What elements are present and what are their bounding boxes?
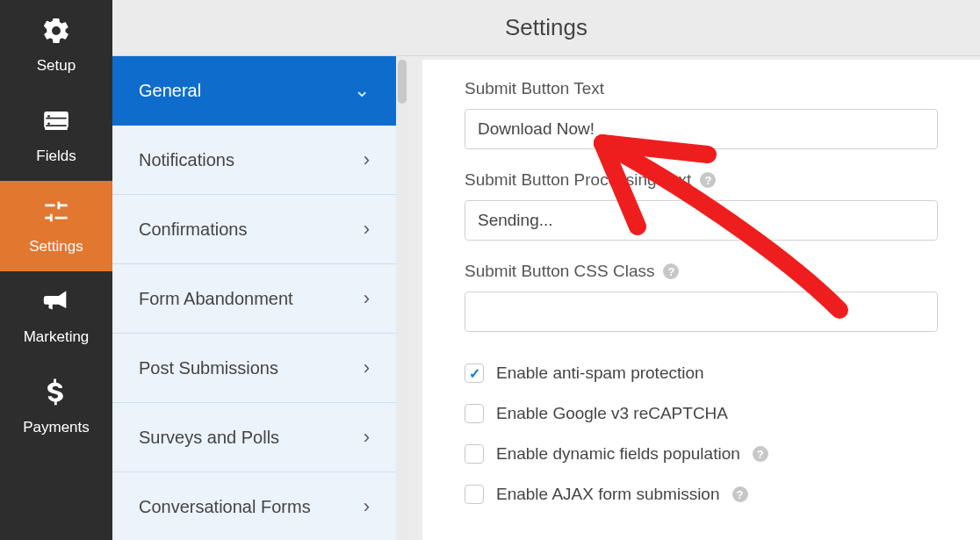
help-icon[interactable]: ? xyxy=(700,172,716,188)
nav-item-fields[interactable]: Fields xyxy=(0,90,112,181)
scrollbar-thumb[interactable] xyxy=(398,60,407,104)
chevron-right-icon: › xyxy=(364,495,370,518)
chevron-right-icon: › xyxy=(364,148,370,171)
submit-button-processing-text-label: Submit Button Processing Text xyxy=(465,170,691,190)
submenu-label: Conversational Forms xyxy=(139,497,311,517)
submit-button-css-class-input[interactable] xyxy=(465,292,938,332)
nav-label: Settings xyxy=(29,238,83,256)
checkbox-label: Enable AJAX form submission xyxy=(496,485,720,504)
checkbox-label: Enable anti-spam protection xyxy=(496,364,704,383)
checkbox-label: Enable Google v3 reCAPTCHA xyxy=(496,404,728,423)
submenu-item-conversational-forms[interactable]: Conversational Forms › xyxy=(112,472,396,540)
submenu-label: Notifications xyxy=(139,150,234,170)
dollar-icon xyxy=(41,378,71,412)
submenu-label: General xyxy=(139,81,201,101)
gear-icon xyxy=(41,16,71,50)
chevron-right-icon: › xyxy=(364,287,370,310)
submenu-label: Post Submissions xyxy=(139,358,278,378)
chevron-down-icon: ⌄ xyxy=(354,79,370,102)
submenu-item-form-abandonment[interactable]: Form Abandonment › xyxy=(112,264,396,334)
help-icon[interactable]: ? xyxy=(732,486,748,502)
svg-point-3 xyxy=(47,122,50,125)
bullhorn-icon xyxy=(41,287,71,321)
checkbox-label: Enable dynamic fields population xyxy=(496,444,740,464)
help-icon[interactable]: ? xyxy=(753,446,768,462)
svg-point-2 xyxy=(47,115,50,118)
submit-button-text-input[interactable] xyxy=(465,109,938,149)
submenu-item-general[interactable]: General ⌄ xyxy=(112,56,396,126)
nav-item-marketing[interactable]: Marketing xyxy=(0,271,112,362)
sliders-icon xyxy=(41,197,71,231)
nav-label: Marketing xyxy=(24,328,90,346)
primary-nav: Setup Fields Settings Marketing Payments xyxy=(0,0,112,540)
submenu-label: Confirmations xyxy=(139,220,247,240)
submenu-item-confirmations[interactable]: Confirmations › xyxy=(112,195,396,264)
help-icon[interactable]: ? xyxy=(663,263,679,279)
checkbox-recaptcha[interactable] xyxy=(465,404,484,423)
submenu-item-surveys-and-polls[interactable]: Surveys and Polls › xyxy=(112,403,396,472)
list-icon xyxy=(41,106,71,140)
submenu-label: Surveys and Polls xyxy=(139,428,279,448)
page-title-bar: Settings xyxy=(112,0,980,56)
submit-button-processing-text-input[interactable] xyxy=(465,200,938,241)
submit-button-css-class-label: Submit Button CSS Class xyxy=(465,262,654,281)
submenu-item-post-submissions[interactable]: Post Submissions › xyxy=(112,334,396,403)
chevron-right-icon: › xyxy=(364,218,370,241)
nav-label: Fields xyxy=(36,148,76,165)
checkbox-dynamic-fields[interactable] xyxy=(465,444,484,464)
page-title: Settings xyxy=(505,14,587,41)
submenu-label: Form Abandonment xyxy=(139,289,293,309)
settings-submenu: General ⌄ Notifications › Confirmations … xyxy=(112,56,408,540)
chevron-right-icon: › xyxy=(364,426,370,449)
nav-item-setup[interactable]: Setup xyxy=(0,0,112,90)
submenu-scrollbar[interactable] xyxy=(396,56,408,540)
checkbox-anti-spam[interactable] xyxy=(465,364,484,383)
nav-item-payments[interactable]: Payments xyxy=(0,362,112,452)
checkbox-ajax-submission[interactable] xyxy=(465,485,484,504)
nav-label: Setup xyxy=(37,57,76,75)
submenu-item-notifications[interactable]: Notifications › xyxy=(112,126,396,195)
nav-label: Payments xyxy=(23,419,90,436)
chevron-right-icon: › xyxy=(364,356,370,379)
nav-item-settings[interactable]: Settings xyxy=(0,181,112,271)
submit-button-text-label: Submit Button Text xyxy=(465,79,938,98)
settings-panel: Submit Button Text Submit Button Process… xyxy=(422,60,980,540)
